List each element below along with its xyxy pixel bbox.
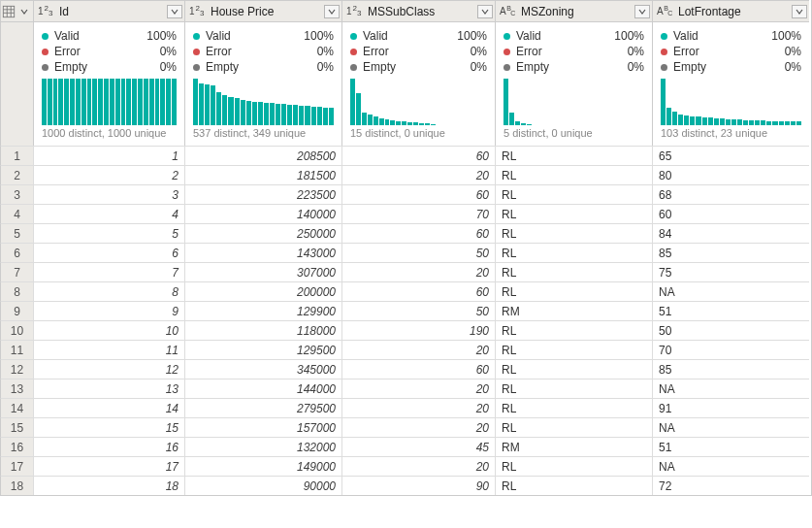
table-row[interactable]: 8820000060RLNA xyxy=(0,281,811,301)
row-number[interactable]: 12 xyxy=(0,359,33,379)
row-number[interactable]: 15 xyxy=(0,417,33,437)
cell-lf[interactable]: 50 xyxy=(652,320,809,340)
select-all-corner[interactable] xyxy=(0,0,33,21)
row-number[interactable]: 11 xyxy=(0,340,33,359)
cell-ms[interactable]: 90 xyxy=(341,476,495,495)
cell-id[interactable]: 1 xyxy=(33,146,184,165)
cell-ms[interactable]: 190 xyxy=(341,320,495,340)
row-number[interactable]: 4 xyxy=(0,204,33,223)
cell-mz[interactable]: RM xyxy=(495,437,652,456)
cell-mz[interactable]: RL xyxy=(495,184,652,204)
cell-id[interactable]: 4 xyxy=(33,204,184,223)
table-row[interactable]: 111112950020RL70 xyxy=(0,340,811,359)
cell-hp[interactable]: 157000 xyxy=(184,417,341,437)
table-row[interactable]: 9912990050RM51 xyxy=(0,301,811,320)
cell-mz[interactable]: RL xyxy=(495,223,652,243)
table-row[interactable]: 18189000090RL72 xyxy=(0,476,811,495)
cell-hp[interactable]: 223500 xyxy=(184,184,341,204)
cell-hp[interactable]: 118000 xyxy=(184,320,341,340)
cell-ms[interactable]: 60 xyxy=(341,223,495,243)
cell-id[interactable]: 6 xyxy=(33,243,184,262)
cell-id[interactable]: 12 xyxy=(33,359,184,379)
cell-id[interactable]: 5 xyxy=(33,223,184,243)
row-number[interactable]: 9 xyxy=(0,301,33,320)
cell-id[interactable]: 14 xyxy=(33,398,184,417)
cell-hp[interactable]: 181500 xyxy=(184,165,341,184)
cell-lf[interactable]: NA xyxy=(652,281,809,301)
cell-id[interactable]: 7 xyxy=(33,262,184,281)
cell-ms[interactable]: 50 xyxy=(341,243,495,262)
cell-lf[interactable]: 75 xyxy=(652,262,809,281)
table-options-dropdown[interactable] xyxy=(16,5,32,18)
column-header-id[interactable]: 123Id xyxy=(33,0,184,21)
row-number[interactable]: 8 xyxy=(0,281,33,301)
cell-ms[interactable]: 20 xyxy=(341,379,495,398)
cell-ms[interactable]: 50 xyxy=(341,301,495,320)
cell-lf[interactable]: NA xyxy=(652,456,809,476)
cell-hp[interactable]: 279500 xyxy=(184,398,341,417)
cell-id[interactable]: 11 xyxy=(33,340,184,359)
cell-mz[interactable]: RL xyxy=(495,456,652,476)
column-header-mz[interactable]: ABCMSZoning xyxy=(495,0,652,21)
cell-mz[interactable]: RL xyxy=(495,359,652,379)
cell-mz[interactable]: RL xyxy=(495,320,652,340)
cell-mz[interactable]: RL xyxy=(495,340,652,359)
row-number[interactable]: 1 xyxy=(0,146,33,165)
cell-mz[interactable]: RL xyxy=(495,262,652,281)
cell-ms[interactable]: 60 xyxy=(341,281,495,301)
cell-ms[interactable]: 60 xyxy=(341,146,495,165)
cell-ms[interactable]: 20 xyxy=(341,398,495,417)
row-number[interactable]: 16 xyxy=(0,437,33,456)
cell-id[interactable]: 2 xyxy=(33,165,184,184)
cell-ms[interactable]: 20 xyxy=(341,165,495,184)
cell-hp[interactable]: 132000 xyxy=(184,437,341,456)
cell-lf[interactable]: 85 xyxy=(652,359,809,379)
cell-mz[interactable]: RL xyxy=(495,165,652,184)
cell-ms[interactable]: 20 xyxy=(341,456,495,476)
column-header-hp[interactable]: 123House Price xyxy=(184,0,341,21)
row-number[interactable]: 7 xyxy=(0,262,33,281)
cell-lf[interactable]: 84 xyxy=(652,223,809,243)
cell-lf[interactable]: 91 xyxy=(652,398,809,417)
table-row[interactable]: 161613200045RM51 xyxy=(0,437,811,456)
cell-hp[interactable]: 345000 xyxy=(184,359,341,379)
cell-mz[interactable]: RL xyxy=(495,379,652,398)
cell-hp[interactable]: 144000 xyxy=(184,379,341,398)
column-header-lf[interactable]: ABCLotFrontage xyxy=(652,0,809,21)
cell-lf[interactable]: 65 xyxy=(652,146,809,165)
cell-id[interactable]: 17 xyxy=(33,456,184,476)
row-number[interactable]: 13 xyxy=(0,379,33,398)
cell-hp[interactable]: 208500 xyxy=(184,146,341,165)
cell-id[interactable]: 10 xyxy=(33,320,184,340)
cell-ms[interactable]: 60 xyxy=(341,184,495,204)
cell-mz[interactable]: RL xyxy=(495,398,652,417)
cell-id[interactable]: 8 xyxy=(33,281,184,301)
cell-id[interactable]: 3 xyxy=(33,184,184,204)
cell-ms[interactable]: 60 xyxy=(341,359,495,379)
cell-lf[interactable]: 60 xyxy=(652,204,809,223)
cell-ms[interactable]: 45 xyxy=(341,437,495,456)
table-row[interactable]: 2218150020RL80 xyxy=(0,165,811,184)
cell-ms[interactable]: 20 xyxy=(341,262,495,281)
table-row[interactable]: 141427950020RL91 xyxy=(0,398,811,417)
table-row[interactable]: 6614300050RL85 xyxy=(0,243,811,262)
cell-mz[interactable]: RL xyxy=(495,146,652,165)
cell-lf[interactable]: 72 xyxy=(652,476,809,495)
row-number[interactable]: 6 xyxy=(0,243,33,262)
cell-lf[interactable]: 51 xyxy=(652,301,809,320)
cell-lf[interactable]: 70 xyxy=(652,340,809,359)
column-header-ms[interactable]: 123MSSubClass xyxy=(341,0,495,21)
cell-hp[interactable]: 129900 xyxy=(184,301,341,320)
cell-hp[interactable]: 250000 xyxy=(184,223,341,243)
table-row[interactable]: 131314400020RLNA xyxy=(0,379,811,398)
cell-lf[interactable]: NA xyxy=(652,379,809,398)
cell-mz[interactable]: RL xyxy=(495,417,652,437)
cell-ms[interactable]: 20 xyxy=(341,417,495,437)
cell-id[interactable]: 9 xyxy=(33,301,184,320)
table-row[interactable]: 151515700020RLNA xyxy=(0,417,811,437)
cell-hp[interactable]: 200000 xyxy=(184,281,341,301)
column-filter-ms[interactable] xyxy=(477,5,493,18)
table-row[interactable]: 7730700020RL75 xyxy=(0,262,811,281)
row-number[interactable]: 18 xyxy=(0,476,33,495)
column-filter-id[interactable] xyxy=(167,5,182,18)
